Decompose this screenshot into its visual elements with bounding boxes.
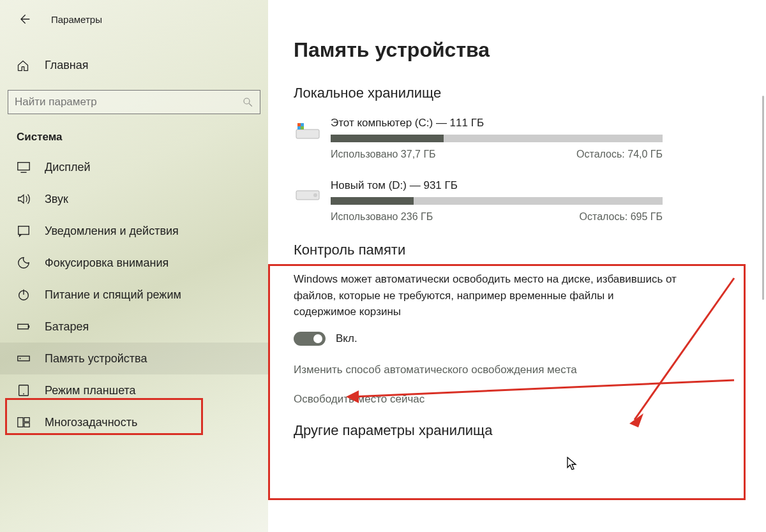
- drive-c-icon: [294, 117, 322, 145]
- nav-storage-label: Память устройства: [45, 352, 147, 366]
- cursor-icon: [567, 457, 578, 471]
- drive-d-icon: [294, 179, 322, 207]
- battery-icon: [17, 320, 31, 334]
- nav-power-label: Питание и спящий режим: [45, 288, 181, 302]
- power-icon: [17, 288, 31, 302]
- drive-c-meta: Использовано 37,7 ГБ Осталось: 74,0 ГБ: [331, 149, 663, 160]
- nav-focus-label: Фокусировка внимания: [45, 256, 169, 270]
- nav-battery-label: Батарея: [45, 320, 89, 334]
- nav-storage[interactable]: Память устройства: [0, 343, 268, 374]
- nav-tablet[interactable]: Режим планшета: [0, 374, 268, 406]
- drive-c-free: Осталось: 74,0 ГБ: [576, 149, 663, 160]
- titlebar: Параметры: [0, 6, 268, 37]
- drive-d-bar-fill: [331, 197, 414, 205]
- main-content: Память устройства Локальное хранилище Эт…: [268, 0, 766, 532]
- arrow-left-icon: [18, 13, 31, 26]
- toggle-knob: [313, 334, 322, 343]
- drive-d-free: Осталось: 695 ГБ: [580, 211, 663, 223]
- multitask-icon: [17, 415, 31, 429]
- svg-rect-18: [297, 123, 301, 126]
- svg-point-10: [20, 358, 21, 359]
- drive-c-bar: [331, 135, 663, 142]
- drive-d-name: Новый том (D:) — 931 ГБ: [331, 179, 747, 192]
- drive-c-bar-fill: [331, 135, 444, 142]
- nav-tablet-label: Режим планшета: [45, 384, 136, 397]
- drive-c-name: Этот компьютер (C:) — 111 ГБ: [331, 117, 747, 129]
- svg-rect-2: [18, 163, 29, 170]
- nav-multitask[interactable]: Многозадачность: [0, 406, 268, 438]
- display-icon: [17, 160, 31, 174]
- storage-sense-section: Контроль памяти Windows может автоматиче…: [294, 242, 747, 406]
- drive-d-meta: Использовано 236 ГБ Осталось: 695 ГБ: [331, 211, 663, 223]
- scrollbar[interactable]: [762, 96, 764, 300]
- storage-sense-toggle[interactable]: [294, 332, 326, 346]
- nav-notifications[interactable]: Уведомления и действия: [0, 215, 268, 247]
- drive-d-used: Использовано 236 ГБ: [331, 211, 433, 223]
- search-input[interactable]: [15, 96, 242, 108]
- storage-sense-desc: Windows может автоматически освободить м…: [294, 271, 677, 320]
- sound-icon: [17, 192, 31, 206]
- drive-d-body: Новый том (D:) — 931 ГБ Использовано 236…: [331, 179, 747, 223]
- search-icon: [242, 96, 253, 108]
- drive-c-body: Этот компьютер (C:) — 111 ГБ Использован…: [331, 117, 747, 160]
- home-icon: [17, 59, 31, 72]
- search-field[interactable]: [8, 90, 260, 114]
- svg-rect-4: [19, 226, 29, 235]
- svg-rect-14: [24, 418, 29, 422]
- drive-d-bar: [331, 197, 663, 205]
- nav-sound-label: Звук: [45, 193, 68, 206]
- nav-group-title: Система: [0, 131, 268, 151]
- nav-battery[interactable]: Батарея: [0, 311, 268, 343]
- storage-icon: [17, 351, 31, 366]
- nav-focus[interactable]: Фокусировка внимания: [0, 247, 268, 279]
- nav-multitask-label: Многозадачность: [45, 416, 137, 429]
- svg-rect-19: [301, 126, 304, 129]
- svg-line-1: [249, 103, 252, 107]
- app-title: Параметры: [51, 14, 102, 25]
- sidebar: Параметры Главная Система Дисплей Звук У…: [0, 0, 268, 532]
- nav-notifications-label: Уведомления и действия: [45, 225, 179, 238]
- nav-home[interactable]: Главная: [0, 52, 268, 78]
- storage-sense-title: Контроль памяти: [294, 242, 747, 258]
- other-storage-title: Другие параметры хранилища: [294, 422, 747, 439]
- svg-rect-8: [28, 325, 29, 328]
- tablet-icon: [17, 383, 31, 397]
- svg-rect-13: [18, 418, 23, 427]
- svg-point-21: [313, 193, 317, 197]
- drive-c-used: Использовано 37,7 ГБ: [331, 149, 436, 160]
- drive-c[interactable]: Этот компьютер (C:) — 111 ГБ Использован…: [294, 117, 747, 160]
- notifications-icon: [17, 224, 31, 238]
- svg-rect-16: [296, 129, 319, 138]
- nav-display-label: Дисплей: [45, 161, 91, 174]
- local-storage-title: Локальное хранилище: [294, 85, 747, 101]
- svg-rect-15: [24, 423, 29, 427]
- nav-power[interactable]: Питание и спящий режим: [0, 279, 268, 311]
- nav-display[interactable]: Дисплей: [0, 151, 268, 183]
- svg-rect-7: [18, 324, 29, 329]
- storage-sense-toggle-label: Вкл.: [336, 332, 357, 345]
- drive-d[interactable]: Новый том (D:) — 931 ГБ Использовано 236…: [294, 179, 747, 223]
- free-now-link[interactable]: Освободить место сейчас: [294, 393, 747, 406]
- back-button[interactable]: [15, 10, 33, 28]
- nav-sound[interactable]: Звук: [0, 183, 268, 215]
- page-title: Память устройства: [294, 38, 747, 62]
- search-wrap: [8, 90, 260, 114]
- nav-home-label: Главная: [45, 59, 89, 72]
- svg-point-12: [23, 394, 24, 395]
- storage-sense-toggle-row: Вкл.: [294, 332, 747, 346]
- svg-point-0: [244, 98, 250, 104]
- change-auto-free-link[interactable]: Изменить способ автоматического освобожд…: [294, 364, 747, 376]
- focus-icon: [17, 256, 31, 270]
